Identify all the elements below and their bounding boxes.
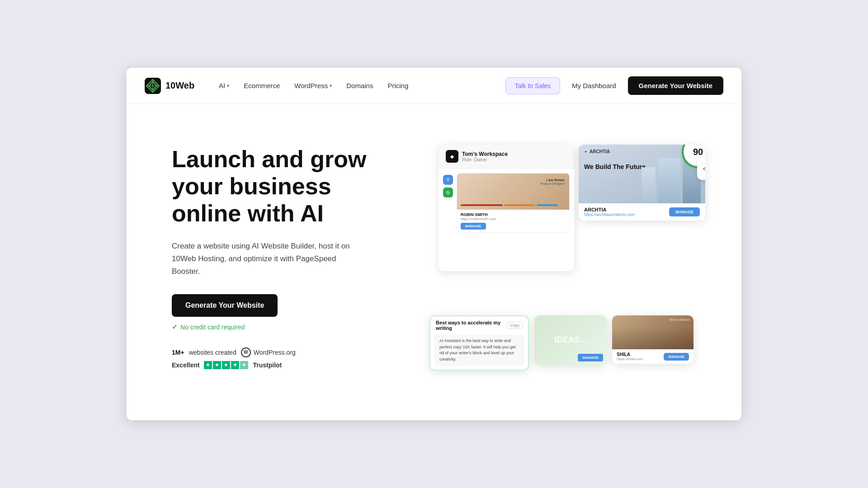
manage-button-ideas[interactable]: MANAGE <box>578 354 603 361</box>
site-card-robin: I am Robin Product Designer <box>457 173 570 233</box>
bottom-cards: Best ways to accelerate my writing Copy … <box>429 315 705 371</box>
workspace-card: ◆ Tom's Workspace Role: Owner T G <box>439 145 574 271</box>
logo-text: 10Web <box>165 80 194 91</box>
manage-button-robin[interactable]: MANAGE <box>461 223 486 230</box>
websites-created-badge: 1M+ websites created W WordPress.org <box>172 347 380 357</box>
generate-website-button-nav[interactable]: Generate Your Website <box>628 76 723 95</box>
ideas-card: IDEAS... MANAGE <box>534 315 607 365</box>
shila-info: SHILA https://shila.com MANAGE <box>612 349 693 364</box>
logo-link[interactable]: 10Web <box>145 78 194 94</box>
workspace-icon: ◆ <box>446 150 458 163</box>
manage-button-archtia[interactable]: MANAGE <box>669 207 700 216</box>
nav-pricing[interactable]: Pricing <box>381 78 415 93</box>
chevron-down-icon: ▾ <box>227 83 229 88</box>
shila-card: New collection SHILA https://shila.com M… <box>612 315 693 364</box>
sidebar-dot-t: T <box>443 175 453 185</box>
ai-chat-body: AI Assistant is the best way to write an… <box>434 334 524 366</box>
browser-window: 10Web AI ▾ Ecommerce WordPress ▾ Domains… <box>127 68 741 420</box>
hero-section: Launch and grow your business online wit… <box>127 104 741 411</box>
nav-wordpress[interactable]: WordPress ▾ <box>288 78 338 93</box>
code-icon-badge: </> <box>697 158 705 180</box>
archtia-info: ARCHTIA https://archtiaarchitects.com MA… <box>579 203 705 221</box>
generate-website-button-hero[interactable]: Generate Your Website <box>172 294 278 317</box>
star-2: ★ <box>213 361 221 369</box>
workspace-header: ◆ Tom's Workspace Role: Owner <box>439 145 574 169</box>
wordpress-circle-icon: W <box>241 347 251 357</box>
site-info-robin: ROBIN SMITH https://robinsmith.com MANAG… <box>457 210 569 232</box>
no-credit-text: ✓ No credit card required <box>172 323 380 331</box>
star-5: ★ <box>240 361 248 369</box>
hero-right-mockup: ◆ Tom's Workspace Role: Owner T G <box>407 145 705 371</box>
sidebar-dot-g: G <box>443 188 453 197</box>
star-rating: ★ ★ ★ ★ ★ <box>204 361 248 369</box>
nav-right: Talk to Sales My Dashboard Generate Your… <box>505 76 723 95</box>
social-proof: 1M+ websites created W WordPress.org Exc… <box>172 347 380 369</box>
trustpilot-row: Excellent ★ ★ ★ ★ ★ Trustpilot <box>172 361 380 369</box>
check-icon: ✓ <box>172 323 178 331</box>
nav-links: AI ▾ Ecommerce WordPress ▾ Domains Prici… <box>212 78 505 93</box>
nav-ai[interactable]: AI ▾ <box>212 78 236 93</box>
my-dashboard-link[interactable]: My Dashboard <box>566 78 623 93</box>
10web-diamond-icon <box>145 78 161 94</box>
site-image-robin: I am Robin Product Designer <box>457 174 569 210</box>
star-1: ★ <box>204 361 212 369</box>
wordpress-logo: W WordPress.org <box>241 347 296 357</box>
star-3: ★ <box>222 361 230 369</box>
copy-button[interactable]: Copy <box>507 322 523 329</box>
ai-chat-header: Best ways to accelerate my writing Copy <box>430 316 528 334</box>
shila-image: New collection <box>612 315 693 349</box>
navbar: 10Web AI ▾ Ecommerce WordPress ▾ Domains… <box>127 68 741 104</box>
ai-chat-card: Best ways to accelerate my writing Copy … <box>429 315 529 371</box>
hero-left: Launch and grow your business online wit… <box>172 146 380 369</box>
nav-ecommerce[interactable]: Ecommerce <box>237 78 286 93</box>
hero-title: Launch and grow your business online wit… <box>172 146 380 227</box>
code-icon: </> <box>703 165 705 173</box>
talk-to-sales-button[interactable]: Talk to Sales <box>505 77 560 94</box>
manage-button-shila[interactable]: MANAGE <box>664 353 689 361</box>
star-4: ★ <box>231 361 239 369</box>
dashboard-mock: ◆ Tom's Workspace Role: Owner T G <box>429 145 705 371</box>
chevron-down-icon: ▾ <box>330 83 332 88</box>
hero-subtitle: Create a website using AI Website Builde… <box>172 240 353 278</box>
archtia-card: ✦ ARCHTIA We Build The Future. <box>579 145 705 221</box>
nav-domains[interactable]: Domains <box>340 78 379 93</box>
workspace-body: T G I am Robin Product Designer <box>439 169 574 237</box>
workspace-sidebar: T G <box>443 173 453 233</box>
